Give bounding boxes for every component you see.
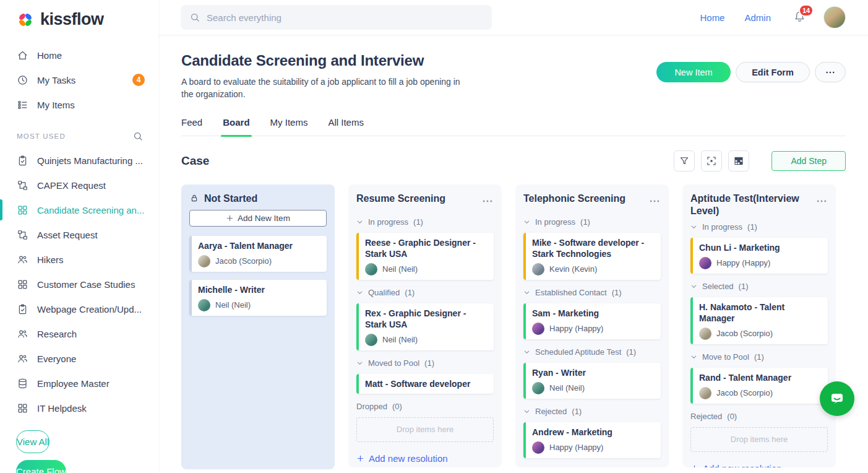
edit-form-button[interactable]: Edit Form	[736, 62, 810, 82]
dropzone[interactable]: Drop items here	[356, 417, 494, 442]
sidebar-item-employee-master[interactable]: Employee Master	[0, 371, 158, 396]
assignee-name: Jacob (Scorpio)	[215, 256, 272, 266]
column-menu-button[interactable]	[810, 193, 828, 212]
filter-funnel-icon	[679, 155, 690, 167]
tab-my-items[interactable]: My Items	[270, 117, 308, 136]
board-card-rand-talent-manager[interactable]: Rand - Talent ManagerJacob (Scorpio)	[690, 368, 828, 404]
board-card-mike-software-developer-stark-technologies[interactable]: Mike - Software developer - Stark Techno…	[523, 233, 661, 280]
sidebar-item-customer-case-studies[interactable]: Customer Case Studies	[0, 272, 158, 297]
add-step-button[interactable]: Add Step	[771, 151, 846, 171]
group-label-text: Selected	[702, 282, 734, 291]
board-card-chun-li-marketing[interactable]: Chun Li - MarketingHappy (Happy)	[690, 238, 828, 274]
sidebar-item-my-tasks[interactable]: My Tasks 4	[0, 67, 158, 92]
tab-all-items[interactable]: All Items	[328, 117, 364, 136]
board-card-aarya-talent-manager[interactable]: Aarya - Talent ManagerJacob (Scorpio)	[189, 236, 327, 272]
sidebar-item-candidate-screening-an[interactable]: Candidate Screening an...	[0, 197, 158, 222]
card-assignee: Neil (Neil)	[198, 299, 319, 313]
board-card-michelle-writer[interactable]: Michelle - WriterNeil (Neil)	[189, 280, 327, 316]
group-label-text: Moved to Pool	[368, 358, 419, 368]
sidebar-item-everyone[interactable]: Everyone	[0, 346, 158, 371]
sidebar-item-label: Everyone	[37, 354, 76, 364]
board-card-ryan-writer[interactable]: Ryan - WriterNeil (Neil)	[523, 363, 661, 399]
sidebar-item-asset-request[interactable]: Asset Request	[0, 222, 158, 247]
card-assignee: Jacob (Scorpio)	[699, 328, 820, 341]
board-card-andrew-marketing[interactable]: Andrew - MarketingHappy (Happy)	[523, 422, 661, 458]
assignee-avatar	[532, 323, 544, 335]
sidebar-item-research[interactable]: Research	[0, 321, 158, 346]
resolution-group-move-to-pool[interactable]: Move to Pool(1)	[690, 352, 828, 362]
view-all-button[interactable]: View All	[16, 430, 49, 453]
sidebar-item-it-helpdesk[interactable]: IT Helpdesk	[0, 396, 158, 420]
board-card-rex-graphic-designer-stark-usa[interactable]: Rex - Graphic Designer - Stark USANeil (…	[356, 303, 494, 350]
group-label-text: Scheduled Aptitude Test	[535, 347, 621, 357]
sidebar-item-webpage-creation-upd[interactable]: Webpage Creation/Upd...	[0, 297, 158, 321]
resolution-group-in-progress[interactable]: In progress(1)	[356, 217, 494, 227]
topbar-right: Home Admin 14	[680, 6, 846, 28]
tab-board[interactable]: Board	[223, 117, 249, 136]
notification-count-badge: 14	[799, 4, 814, 17]
sidebar-item-my-items[interactable]: My Items	[0, 92, 158, 117]
expand-button[interactable]	[701, 150, 722, 171]
grid-icon	[17, 279, 28, 290]
resolution-group-scheduled-aptitude-test[interactable]: Scheduled Aptitude Test(1)	[523, 347, 661, 357]
board-card-reese-graphic-designer-stark-usa[interactable]: Reese - Graphic Designer - Stark USANeil…	[356, 233, 494, 280]
chat-widget-button[interactable]	[820, 381, 854, 416]
sidebar-search-icon[interactable]	[132, 131, 144, 142]
sidebar-item-home[interactable]: Home	[0, 43, 158, 67]
assignee-avatar	[699, 257, 711, 269]
resolution-group-selected[interactable]: Selected(1)	[690, 282, 828, 291]
board-card-h-nakamoto-talent-manager[interactable]: H. Nakamoto - Talent ManagerJacob (Scorp…	[690, 297, 828, 344]
resolution-group-in-progress[interactable]: In progress(1)	[690, 222, 828, 232]
sidebar-item-quinjets-manufacturing[interactable]: Quinjets Manufacturing ...	[0, 148, 158, 173]
plus-icon	[226, 214, 234, 222]
resolution-group-in-progress[interactable]: In progress(1)	[523, 217, 661, 227]
column-title: Telephonic Screening	[523, 193, 625, 205]
column-menu-button[interactable]	[476, 193, 494, 212]
kissflow-logo[interactable]: kissflow	[0, 0, 158, 29]
card-title: Sam - Marketing	[532, 306, 653, 320]
global-search[interactable]	[181, 5, 492, 30]
create-flow-button[interactable]: Create Flow	[16, 460, 66, 473]
resolution-group-established-contact[interactable]: Established Contact(1)	[523, 288, 661, 297]
notifications-button[interactable]: 14	[793, 10, 806, 25]
add-new-resolution-link[interactable]: Add new resolution	[356, 451, 494, 467]
sidebar-item-label: My Items	[37, 100, 75, 110]
case-section-title: Case	[181, 154, 209, 168]
add-new-resolution-link[interactable]: Add new resolution	[690, 461, 828, 467]
topbar-link-home[interactable]: Home	[700, 12, 724, 23]
tab-feed[interactable]: Feed	[181, 117, 202, 136]
grid-icon	[17, 204, 28, 216]
resolution-group-moved-to-pool[interactable]: Moved to Pool(1)	[356, 358, 494, 368]
people-icon	[17, 353, 28, 365]
plus-icon	[690, 464, 698, 467]
more-options-button[interactable]	[815, 62, 846, 82]
new-item-button[interactable]: New Item	[656, 62, 731, 82]
group-count: (1)	[739, 282, 749, 291]
add-new-resolution-link[interactable]: Add new resolution	[523, 466, 661, 467]
chevron-down-icon	[690, 354, 697, 360]
card-title: Rex - Graphic Designer - Stark USA	[365, 306, 486, 331]
board-card-matt-software-developer[interactable]: Matt - Software developer	[356, 374, 494, 394]
user-avatar[interactable]	[823, 6, 846, 28]
sidebar-item-label: Hikers	[37, 254, 64, 265]
assignee-name: Neil (Neil)	[549, 383, 585, 393]
sidebar-item-label: CAPEX Request	[37, 180, 106, 191]
topbar-link-admin[interactable]: Admin	[744, 12, 771, 23]
board-card-sam-marketing[interactable]: Sam - MarketingHappy (Happy)	[523, 303, 661, 339]
chevron-down-icon	[356, 360, 363, 367]
card-title: Andrew - Marketing	[532, 425, 653, 439]
table-grid-icon	[733, 155, 744, 167]
group-label-text: In progress	[368, 217, 408, 227]
resolution-group-qualified[interactable]: Qualified(1)	[356, 288, 494, 297]
search-input[interactable]	[207, 12, 483, 23]
dropzone[interactable]: Drop items here	[690, 427, 828, 452]
sidebar-item-hikers[interactable]: Hikers	[0, 247, 158, 272]
sidebar-item-capex-request[interactable]: CAPEX Request	[0, 173, 158, 197]
resolution-group-rejected[interactable]: Rejected(1)	[523, 407, 661, 416]
filter-button[interactable]	[674, 150, 695, 171]
add-new-item-button[interactable]: Add New Item	[189, 210, 327, 227]
column-menu-button[interactable]	[643, 193, 661, 212]
list-icon	[17, 99, 28, 111]
card-title: H. Nakamoto - Talent Manager	[699, 300, 820, 325]
table-view-button[interactable]	[728, 150, 749, 171]
